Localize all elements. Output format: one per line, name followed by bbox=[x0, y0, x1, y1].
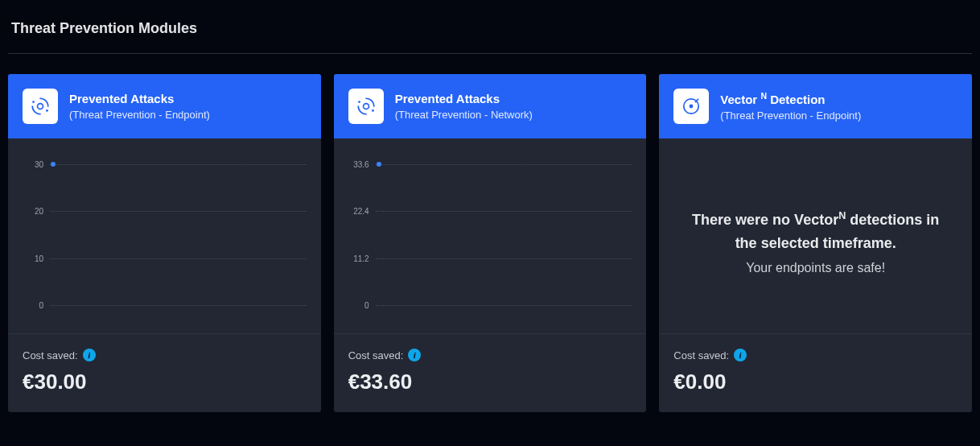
info-icon[interactable]: i bbox=[734, 349, 747, 361]
svg-point-0 bbox=[38, 104, 43, 109]
line-chart: 3020100 bbox=[19, 159, 310, 316]
card-body: There were no VectorN detections in the … bbox=[659, 138, 972, 333]
card-header-text: Prevented Attacks (Threat Prevention - E… bbox=[69, 92, 210, 121]
info-icon[interactable]: i bbox=[408, 349, 421, 361]
cost-saved-row: Cost saved: i bbox=[348, 349, 632, 361]
info-icon[interactable]: i bbox=[83, 349, 96, 361]
grid-line bbox=[50, 305, 307, 306]
cost-saved-row: Cost saved: i bbox=[23, 349, 307, 361]
card-subtitle: (Threat Prevention - Network) bbox=[395, 109, 533, 121]
orbit-icon bbox=[23, 89, 58, 124]
card-vector-n-detection: Vector N Detection (Threat Prevention - … bbox=[659, 74, 972, 412]
grid-line bbox=[376, 305, 632, 306]
card-subtitle: (Threat Prevention - Endpoint) bbox=[720, 109, 861, 122]
card-title: Vector N Detection bbox=[720, 91, 861, 106]
cost-saved-label: Cost saved: bbox=[23, 349, 78, 361]
card-title: Prevented Attacks bbox=[395, 92, 533, 105]
cost-saved-value: €30.00 bbox=[23, 370, 307, 394]
svg-point-4 bbox=[358, 101, 360, 103]
card-title: Prevented Attacks bbox=[69, 92, 210, 105]
svg-point-2 bbox=[46, 109, 48, 112]
y-tick-label: 30 bbox=[19, 160, 43, 169]
y-tick-label: 0 bbox=[345, 301, 369, 310]
card-prevented-attacks-network: Prevented Attacks (Threat Prevention - N… bbox=[334, 74, 647, 412]
data-point bbox=[377, 162, 381, 167]
cost-saved-row: Cost saved: i bbox=[673, 349, 957, 361]
y-tick-label: 11.2 bbox=[345, 254, 369, 262]
card-footer: Cost saved: i €33.60 bbox=[334, 333, 647, 412]
cards-row: Prevented Attacks (Threat Prevention - E… bbox=[8, 74, 972, 412]
data-point bbox=[51, 162, 56, 167]
card-header-text: Prevented Attacks (Threat Prevention - N… bbox=[395, 92, 533, 121]
grid-line bbox=[50, 211, 307, 212]
card-footer: Cost saved: i €30.00 bbox=[8, 333, 321, 412]
card-subtitle: (Threat Prevention - Endpoint) bbox=[69, 109, 210, 121]
cost-saved-label: Cost saved: bbox=[348, 349, 404, 361]
section-title: Threat Prevention Modules bbox=[8, 20, 972, 37]
y-tick-label: 33.6 bbox=[345, 160, 369, 169]
grid-line bbox=[50, 258, 307, 259]
empty-state-title: There were no VectorN detections in the … bbox=[691, 208, 940, 255]
card-header-text: Vector N Detection (Threat Prevention - … bbox=[720, 91, 861, 122]
cost-saved-value: €0.00 bbox=[673, 370, 957, 394]
svg-point-7 bbox=[690, 105, 694, 109]
svg-point-1 bbox=[32, 101, 35, 103]
cost-saved-value: €33.60 bbox=[348, 370, 632, 394]
target-icon bbox=[673, 89, 709, 124]
grid-line bbox=[376, 211, 632, 212]
grid-line bbox=[50, 164, 307, 165]
card-footer: Cost saved: i €0.00 bbox=[659, 333, 972, 412]
cost-saved-label: Cost saved: bbox=[673, 349, 729, 361]
orbit-icon bbox=[348, 89, 384, 124]
y-tick-label: 0 bbox=[19, 301, 43, 310]
line-chart: 33.622.411.20 bbox=[345, 159, 636, 316]
card-header: Prevented Attacks (Threat Prevention - E… bbox=[8, 74, 321, 138]
y-tick-label: 20 bbox=[19, 207, 43, 216]
y-tick-label: 10 bbox=[19, 254, 43, 262]
empty-state-subtitle: Your endpoints are safe! bbox=[746, 261, 885, 275]
svg-point-5 bbox=[372, 109, 374, 112]
card-body: 33.622.411.20 bbox=[334, 138, 647, 333]
divider bbox=[8, 53, 972, 54]
svg-point-3 bbox=[363, 104, 369, 109]
grid-line bbox=[376, 164, 632, 165]
card-prevented-attacks-endpoint: Prevented Attacks (Threat Prevention - E… bbox=[8, 74, 321, 412]
grid-line bbox=[376, 258, 632, 259]
y-tick-label: 22.4 bbox=[345, 207, 369, 216]
card-body: 3020100 bbox=[8, 138, 321, 333]
card-header: Prevented Attacks (Threat Prevention - N… bbox=[334, 74, 647, 138]
empty-state: There were no VectorN detections in the … bbox=[670, 155, 961, 328]
card-header: Vector N Detection (Threat Prevention - … bbox=[659, 74, 972, 138]
